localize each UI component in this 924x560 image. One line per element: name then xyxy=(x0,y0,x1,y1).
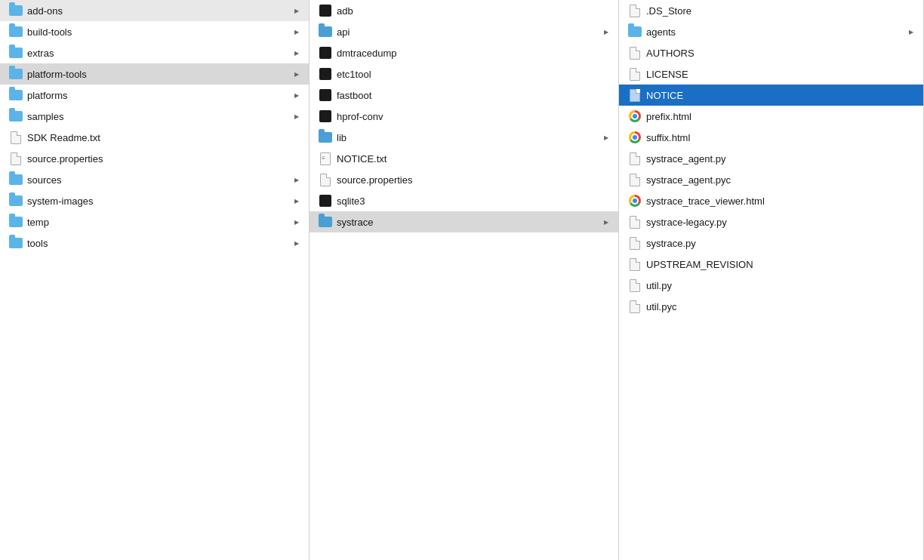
list-item[interactable]: UPSTREAM_REVISION xyxy=(619,254,923,275)
list-item[interactable]: temp xyxy=(0,211,309,232)
file-icon xyxy=(628,67,642,81)
file-icon xyxy=(628,278,642,292)
chrome-icon xyxy=(628,194,642,208)
file-label: add-ons xyxy=(27,5,291,17)
binary-icon xyxy=(319,46,332,60)
file-label: sources xyxy=(27,174,291,186)
file-label: sqlite3 xyxy=(337,195,612,207)
file-label: systrace_agent.pyc xyxy=(646,174,917,186)
list-item[interactable]: hprof-conv xyxy=(310,106,618,127)
binary-icon xyxy=(319,88,332,102)
list-item[interactable]: lib xyxy=(310,127,618,148)
list-item[interactable]: NOTICE xyxy=(619,85,923,106)
list-item[interactable]: dmtracedump xyxy=(310,42,618,63)
file-icon xyxy=(628,152,642,165)
list-item[interactable]: systrace-legacy.py xyxy=(619,211,923,232)
chevron-right-icon xyxy=(291,89,303,101)
chrome-icon xyxy=(628,109,642,123)
folder-icon xyxy=(9,25,23,38)
column-2: adb api dmtracedump etc1tool fastboot hp… xyxy=(310,0,619,560)
list-item[interactable]: prefix.html xyxy=(619,106,923,127)
list-item[interactable]: sqlite3 xyxy=(310,190,618,211)
file-label: AUTHORS xyxy=(646,48,917,59)
list-item[interactable]: source.properties xyxy=(0,148,309,169)
list-item[interactable]: platforms xyxy=(0,85,309,106)
list-item[interactable]: .DS_Store xyxy=(619,0,923,21)
chevron-right-icon xyxy=(291,68,303,80)
list-item[interactable]: util.py xyxy=(619,275,923,296)
file-icon xyxy=(9,152,23,165)
chevron-right-icon xyxy=(600,131,612,143)
file-label: source.properties xyxy=(27,153,303,165)
list-item[interactable]: LICENSE xyxy=(619,63,923,85)
list-item[interactable]: add-ons xyxy=(0,0,309,21)
file-icon xyxy=(628,4,642,17)
list-item[interactable]: systrace_trace_viewer.html xyxy=(619,190,923,211)
list-item[interactable]: source.properties xyxy=(310,169,618,190)
chevron-right-icon xyxy=(291,216,303,228)
list-item[interactable]: api xyxy=(310,21,618,42)
binary-icon xyxy=(319,194,332,208)
file-label: systrace xyxy=(337,217,600,228)
list-item[interactable]: agents xyxy=(619,21,923,42)
file-label: tools xyxy=(27,238,291,249)
folder-icon xyxy=(9,194,23,208)
column-1: add-ons build-tools extras platform-tool… xyxy=(0,0,310,560)
list-item[interactable]: sources xyxy=(0,169,309,190)
list-item[interactable]: samples xyxy=(0,106,309,127)
chevron-right-icon xyxy=(291,5,303,17)
folder-icon xyxy=(9,236,23,250)
file-icon xyxy=(628,88,642,102)
folder-icon xyxy=(9,109,23,123)
list-item[interactable]: platform-tools xyxy=(0,63,309,85)
chevron-right-icon xyxy=(291,110,303,122)
file-label: suffix.html xyxy=(646,132,917,143)
folder-icon xyxy=(9,4,23,17)
file-label: system-images xyxy=(27,195,291,207)
file-label: systrace-legacy.py xyxy=(646,217,917,228)
folder-icon xyxy=(9,88,23,102)
file-label: .DS_Store xyxy=(646,5,917,17)
list-item[interactable]: systrace xyxy=(310,211,618,232)
folder-icon xyxy=(319,131,332,144)
chevron-right-icon xyxy=(600,26,612,38)
list-item[interactable]: util.pyc xyxy=(619,296,923,317)
file-label: systrace_trace_viewer.html xyxy=(646,195,917,207)
list-item[interactable]: SDK Readme.txt xyxy=(0,127,309,148)
list-item[interactable]: suffix.html xyxy=(619,127,923,148)
binary-icon xyxy=(319,67,332,81)
file-icon xyxy=(628,236,642,250)
column-3: .DS_Store agents AUTHORS LICENSE NOTICE … xyxy=(619,0,924,560)
list-item[interactable]: tools xyxy=(0,232,309,254)
file-label: LICENSE xyxy=(646,69,917,80)
folder-icon xyxy=(9,215,23,229)
file-label: NOTICE.txt xyxy=(337,153,612,165)
list-item[interactable]: fastboot xyxy=(310,85,618,106)
file-label: util.py xyxy=(646,280,917,291)
file-label: platforms xyxy=(27,90,291,101)
file-label: hprof-conv xyxy=(337,111,612,122)
list-item[interactable]: build-tools xyxy=(0,21,309,42)
list-item[interactable]: systrace.py xyxy=(619,232,923,254)
list-item[interactable]: etc1tool xyxy=(310,63,618,85)
chevron-right-icon xyxy=(600,216,612,228)
file-label: api xyxy=(337,26,600,38)
file-label: UPSTREAM_REVISION xyxy=(646,259,917,270)
file-label: source.properties xyxy=(337,174,612,186)
file-label: agents xyxy=(646,26,905,38)
chrome-icon xyxy=(628,131,642,144)
list-item[interactable]: systrace_agent.pyc xyxy=(619,169,923,190)
chevron-right-icon xyxy=(291,174,303,186)
list-item[interactable]: extras xyxy=(0,42,309,63)
binary-icon xyxy=(319,109,332,123)
list-item[interactable]: systrace_agent.py xyxy=(619,148,923,169)
list-item[interactable]: system-images xyxy=(0,190,309,211)
file-label: build-tools xyxy=(27,26,291,38)
file-label: extras xyxy=(27,48,291,59)
binary-icon xyxy=(319,4,332,17)
folder-icon xyxy=(9,67,23,81)
list-item[interactable]: NOTICE.txt xyxy=(310,148,618,169)
list-item[interactable]: adb xyxy=(310,0,618,21)
chevron-right-icon xyxy=(291,26,303,38)
list-item[interactable]: AUTHORS xyxy=(619,42,923,63)
